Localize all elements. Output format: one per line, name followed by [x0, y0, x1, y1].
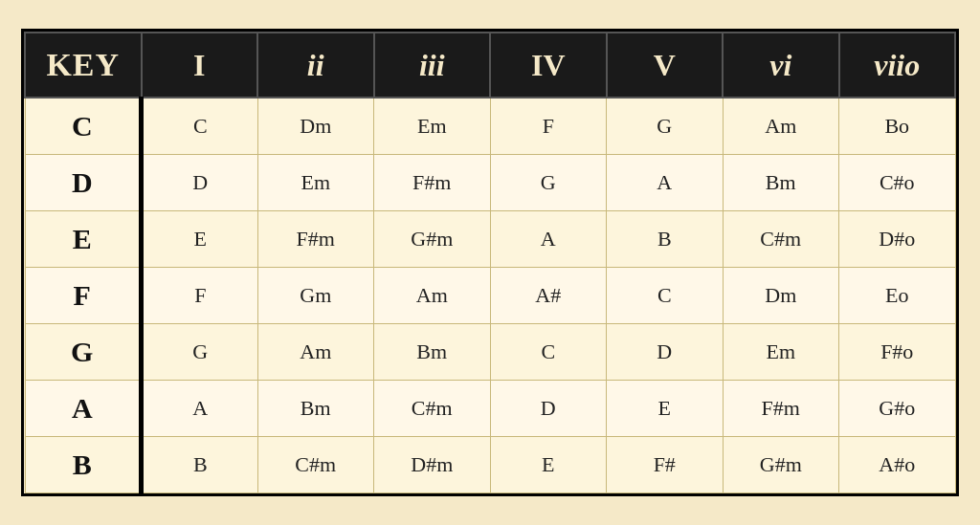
key-cell: D — [25, 155, 142, 211]
chord-cell: E — [142, 211, 258, 268]
table-row: DDEmF#mGABmC#o — [25, 155, 955, 211]
header-vi: vi — [723, 33, 839, 98]
chord-cell: F#m — [257, 211, 374, 268]
key-cell: F — [25, 268, 142, 324]
key-cell: C — [25, 98, 142, 155]
table-row: AABmC#mDEF#mG#o — [25, 381, 955, 437]
chord-cell: D — [607, 324, 724, 381]
chord-cell: G — [142, 324, 258, 381]
header-iii: iii — [374, 33, 491, 98]
chord-cell: C — [490, 324, 607, 381]
chord-cell: Bm — [723, 155, 839, 211]
chord-cell: C#m — [723, 211, 839, 268]
chord-cell: Dm — [723, 268, 839, 324]
chord-cell: A# — [490, 268, 607, 324]
chord-cell: E — [607, 381, 724, 437]
chord-cell: F — [142, 268, 258, 324]
chord-table: KEY I ii iii IV V vi viio CCDmEmFGAmBoDD… — [21, 29, 959, 496]
table-row: BBC#mD#mEF#G#mA#o — [25, 437, 955, 493]
chord-cell: Am — [723, 98, 839, 155]
header-I: I — [142, 33, 258, 98]
table-row: CCDmEmFGAmBo — [25, 98, 955, 155]
header-viio: viio — [839, 33, 956, 98]
chord-cell: D — [490, 381, 607, 437]
chord-cell: D#o — [839, 211, 956, 268]
chord-cell: B — [607, 211, 724, 268]
header-ii: ii — [257, 33, 374, 98]
chord-cell: C#o — [839, 155, 956, 211]
chord-cell: Eo — [839, 268, 956, 324]
chord-cell: F# — [607, 437, 724, 493]
chord-cell: Bm — [257, 381, 374, 437]
chord-cell: E — [490, 437, 607, 493]
chord-cell: Am — [257, 324, 374, 381]
chord-cell: Em — [723, 324, 839, 381]
chord-cell: G#m — [723, 437, 839, 493]
chord-cell: G#o — [839, 381, 956, 437]
chord-cell: F — [490, 98, 607, 155]
chord-cell: A — [142, 381, 258, 437]
chord-cell: D — [142, 155, 258, 211]
header-key: KEY — [25, 33, 142, 98]
chord-cell: C — [142, 98, 258, 155]
chord-cell: F#m — [723, 381, 839, 437]
chord-cell: Em — [374, 98, 491, 155]
chord-cell: G — [490, 155, 607, 211]
chord-cell: Dm — [257, 98, 374, 155]
header-V: V — [607, 33, 724, 98]
chord-cell: D#m — [374, 437, 491, 493]
chord-cell: C#m — [257, 437, 374, 493]
key-cell: G — [25, 324, 142, 381]
chord-cell: Gm — [257, 268, 374, 324]
chord-cell: B — [142, 437, 258, 493]
chord-cell: F#o — [839, 324, 956, 381]
chord-cell: Am — [374, 268, 491, 324]
chord-cell: Bm — [374, 324, 491, 381]
chord-cell: A — [490, 211, 607, 268]
chord-cell: A — [607, 155, 724, 211]
chord-cell: G — [607, 98, 724, 155]
header-IV: IV — [490, 33, 607, 98]
chord-cell: C#m — [374, 381, 491, 437]
chord-cell: G#m — [374, 211, 491, 268]
chord-cell: Em — [257, 155, 374, 211]
header-row: KEY I ii iii IV V vi viio — [25, 33, 955, 98]
chord-cell: C — [607, 268, 724, 324]
key-cell: E — [25, 211, 142, 268]
chord-cell: F#m — [374, 155, 491, 211]
table-row: FFGmAmA#CDmEo — [25, 268, 955, 324]
chord-cell: Bo — [839, 98, 956, 155]
chord-cell: A#o — [839, 437, 956, 493]
table-row: EEF#mG#mABC#mD#o — [25, 211, 955, 268]
key-cell: A — [25, 381, 142, 437]
key-cell: B — [25, 437, 142, 493]
table-row: GGAmBmCDEmF#o — [25, 324, 955, 381]
